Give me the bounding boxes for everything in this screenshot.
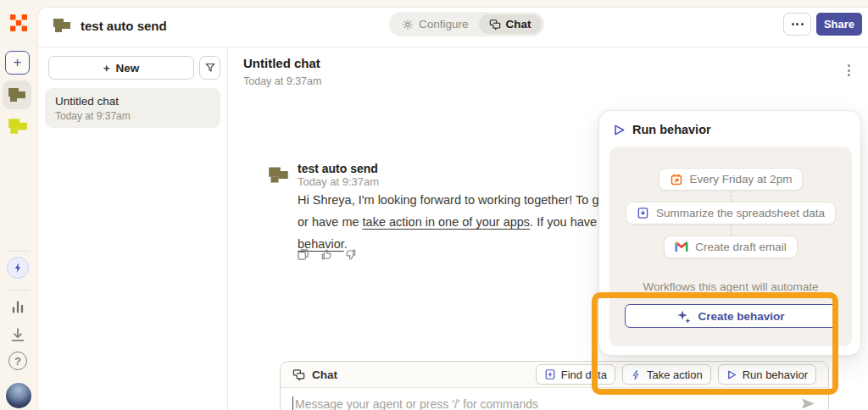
help-icon[interactable]: ? (8, 352, 27, 370)
message-sender: test auto send (298, 162, 378, 175)
text-cursor (292, 396, 293, 410)
sparkle-icon (676, 309, 691, 324)
find-data-button[interactable]: Find data (536, 364, 615, 385)
funnel-icon (204, 62, 216, 74)
behavior-preview-card: Every Friday at 2pm Summarize the spread… (609, 147, 852, 346)
take-action-link[interactable]: take action in one of your apps (363, 215, 531, 229)
user-avatar[interactable] (6, 383, 31, 408)
topbar: test auto send Configure (38, 8, 868, 47)
agent-yellow-icon (7, 115, 29, 137)
chat-list-item[interactable]: Untitled chat Today at 9:37am (45, 88, 220, 128)
spreadsheet-icon (637, 207, 649, 219)
connector-line (731, 191, 732, 202)
message-actions (297, 248, 357, 261)
chat-input-header: Chat Find data (281, 362, 828, 388)
run-behavior-header: Run behavior (613, 123, 711, 136)
thumbs-up-icon[interactable] (320, 248, 333, 261)
connector-line (731, 224, 732, 235)
sidebar-agent-yellow[interactable] (7, 115, 29, 137)
kebab-icon (848, 64, 850, 67)
tab-configure-label: Configure (419, 18, 469, 30)
share-button[interactable]: Share (816, 13, 862, 36)
new-chat-label: New (116, 62, 140, 75)
tab-chat[interactable]: Chat (479, 14, 542, 34)
play-icon (726, 369, 737, 380)
gear-icon (402, 19, 414, 30)
ellipsis-icon (792, 23, 794, 25)
chat-title: Untitled chat (243, 56, 320, 70)
zapier-logo-icon[interactable] (8, 13, 29, 33)
find-data-icon (544, 368, 556, 380)
new-chat-button[interactable]: + New (48, 56, 194, 80)
trigger-chip[interactable]: Every Friday at 2pm (659, 168, 804, 191)
chat-item-timestamp: Today at 9:37am (55, 110, 210, 122)
view-switcher: Configure Chat (389, 12, 544, 36)
action-chip[interactable]: Create draft email (664, 235, 797, 258)
run-behavior-panel: Run behavior Every Friday at 2pm Summari (598, 110, 861, 356)
analytics-icon[interactable] (9, 298, 26, 315)
new-agent-button[interactable]: + (5, 51, 30, 75)
message-input[interactable] (295, 397, 793, 410)
send-icon[interactable] (800, 396, 816, 410)
run-behavior-button[interactable]: Run behavior (718, 364, 816, 385)
chat-bar-title: Chat (292, 368, 337, 381)
sidebar-agent-olive-selected[interactable] (3, 80, 31, 109)
lightning-icon (631, 369, 642, 380)
chat-input-row (281, 388, 828, 410)
agent-title: test auto send (81, 19, 167, 33)
panel-caption: Workflows this agent will automate (643, 280, 819, 293)
step-chip[interactable]: Summarize the spreadsheet data (626, 202, 836, 224)
plus-icon: + (103, 62, 110, 75)
chat-list-sidebar: + New Untitled chat Today at 9:37am (38, 47, 228, 410)
message-timestamp: Today at 9:37am (298, 175, 379, 188)
agent-olive-icon (52, 15, 72, 36)
app-window: + (0, 0, 868, 410)
rail-divider (7, 251, 30, 252)
more-options-button[interactable] (783, 13, 811, 36)
chat-menu-button[interactable] (841, 61, 856, 80)
agent-olive-icon (7, 85, 27, 105)
chat-bubbles-icon (489, 19, 501, 30)
chat-quick-actions: Find data Take action Run behavior (536, 364, 816, 385)
tab-chat-label: Chat (506, 18, 531, 30)
play-icon (613, 124, 626, 136)
chat-input-panel: Chat Find data (280, 361, 829, 410)
chat-timestamp: Today at 9:37am (243, 75, 321, 87)
thumbs-down-icon[interactable] (344, 248, 357, 261)
chat-bubbles-icon (292, 368, 305, 381)
usage-boost-icon[interactable] (7, 257, 29, 279)
filter-button[interactable] (199, 56, 220, 80)
copy-icon[interactable] (297, 248, 309, 261)
download-icon[interactable] (9, 326, 26, 343)
gmail-icon (675, 241, 688, 252)
chat-item-title: Untitled chat (55, 95, 210, 108)
tab-configure[interactable]: Configure (392, 14, 479, 34)
create-behavior-button[interactable]: Create behavior (625, 304, 837, 328)
take-action-button[interactable]: Take action (622, 364, 711, 385)
app-rail: + (0, 0, 37, 410)
calendar-icon (670, 173, 683, 186)
rail-divider (7, 290, 30, 291)
message-agent-avatar (267, 163, 290, 186)
